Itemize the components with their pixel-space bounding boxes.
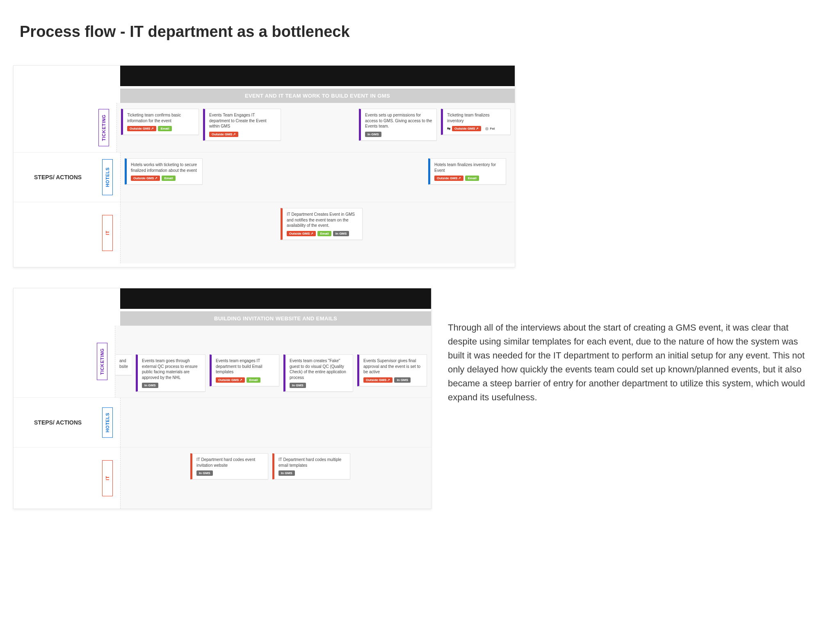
tag-email: Email: [158, 126, 171, 131]
tag-outside-gms: Outside GMS ↗: [434, 176, 463, 181]
card-text: Events team goes through external QC pro…: [142, 358, 201, 380]
flow-card: Events team goes through external QC pro…: [136, 354, 205, 392]
flow-card: Events Supervisor gives final approval a…: [357, 354, 427, 386]
flow-card: Events Team Engages IT department to Cre…: [203, 109, 281, 141]
steps-actions-label: STEPS/ ACTIONS: [34, 174, 82, 180]
tag-in-gms: In GMS: [333, 231, 349, 236]
tag-outside-gms: Outside GMS ↗: [209, 132, 238, 137]
diagram-build-invitation: BUILDING INVITATION WEBSITE AND EMAILS T…: [13, 288, 431, 509]
tag-email: Email: [247, 377, 260, 383]
lane-badge-it: IT: [102, 215, 113, 251]
card-text: IT Department hard codes event invitatio…: [196, 457, 264, 468]
card-text: Events Supervisor gives final approval a…: [363, 358, 422, 375]
tag-in-gms: In GMS: [365, 132, 381, 137]
tag-outside-gms: Outside GMS ↗: [131, 176, 160, 181]
card-text: IT Department Creates Event in GMS and n…: [287, 212, 358, 228]
lane-badge-hotels: HOTELS: [102, 159, 113, 195]
card-text: Ticketing team finalizes inventory: [447, 112, 506, 123]
card-text: Events Team Engages IT department to Cre…: [209, 112, 276, 129]
tag-email: Email: [465, 176, 479, 181]
tag-in-gms: In GMS: [278, 470, 295, 476]
lane-badge-ticketing: TICKETING: [98, 109, 109, 146]
card-text: IT Department hard codes multiple email …: [278, 457, 346, 468]
tag-fat: Fat: [483, 126, 497, 131]
flow-card: IT Department Creates Event in GMS and n…: [281, 208, 363, 240]
tag-in-gms: In GMS: [290, 383, 306, 388]
tag-outside-gms: Outside GMS ↗: [363, 377, 393, 383]
filter-icon: ⇆: [447, 126, 450, 131]
tag-in-gms: In GMS: [196, 470, 213, 476]
flow-card: Ticketing team finalizes inventory ⇆ Out…: [441, 109, 511, 135]
lane-badge-hotels: HOTELS: [102, 407, 113, 438]
tag-in-gms: In GMS: [394, 377, 411, 383]
lane-it: IT IT Department Creates Event in GMS an…: [14, 202, 515, 263]
card-text: Hotels team finalizes inventory for Even…: [434, 162, 502, 173]
section-title: BUILDING INVITATION WEBSITE AND EMAILS: [120, 311, 431, 326]
lane-it: IT IT Department hard codes event invita…: [14, 447, 431, 509]
lane-ticketing: TICKETING and bsite Events team goes thr…: [14, 326, 431, 397]
tag-outside-gms: Outside GMS ↗: [452, 126, 481, 131]
flow-card: IT Department hard codes multiple email …: [272, 453, 350, 479]
flow-card: Ticketing team confirms basic informatio…: [121, 109, 199, 135]
lane-ticketing: TICKETING Ticketing team confirms basic …: [14, 103, 515, 152]
diagram-header-bar: [120, 288, 431, 309]
card-text: and bsite: [119, 358, 128, 369]
tag-email: Email: [162, 176, 175, 181]
flow-card: Events sets up permissions for access to…: [359, 109, 437, 141]
flow-card: Events team creates "Fake" guest to do v…: [283, 354, 353, 392]
card-text: Events sets up permissions for access to…: [365, 112, 432, 129]
tag-outside-gms: Outside GMS ↗: [287, 231, 316, 236]
diagram-build-event: EVENT AND IT TEAM WORK TO BUILD EVENT IN…: [13, 65, 515, 267]
steps-actions-label: STEPS/ ACTIONS: [34, 419, 82, 426]
tag-in-gms: In GMS: [142, 383, 158, 388]
page-title: Process flow - IT department as a bottle…: [13, 23, 827, 41]
flow-card-cutoff: and bsite: [115, 354, 132, 375]
flow-card: Events team engages IT department to bui…: [210, 354, 279, 386]
section-title: EVENT AND IT TEAM WORK TO BUILD EVENT IN…: [120, 89, 515, 103]
lane-badge-ticketing: TICKETING: [97, 343, 107, 380]
flow-card: Hotels works with ticketing to secure fi…: [125, 158, 203, 185]
flow-card: IT Department hard codes event invitatio…: [190, 453, 268, 479]
card-text: Events team engages IT department to bui…: [216, 358, 275, 375]
lane-hotels: STEPS/ ACTIONS HOTELS Hotels works with …: [14, 152, 515, 202]
lane-badge-it: IT: [102, 460, 113, 496]
flow-card: Hotels team finalizes inventory for Even…: [428, 158, 506, 185]
tag-outside-gms: Outside GMS ↗: [216, 377, 245, 383]
tag-email: Email: [317, 231, 331, 236]
card-text: Ticketing team confirms basic informatio…: [127, 112, 194, 123]
tag-outside-gms: Outside GMS ↗: [127, 126, 156, 131]
lane-hotels: STEPS/ ACTIONS HOTELS: [14, 397, 431, 447]
diagram-header-bar: [120, 66, 515, 86]
card-text: Events team creates "Fake" guest to do v…: [290, 358, 349, 380]
explanatory-paragraph: Through all of the interviews about the …: [448, 288, 827, 405]
card-text: Hotels works with ticketing to secure fi…: [131, 162, 198, 173]
